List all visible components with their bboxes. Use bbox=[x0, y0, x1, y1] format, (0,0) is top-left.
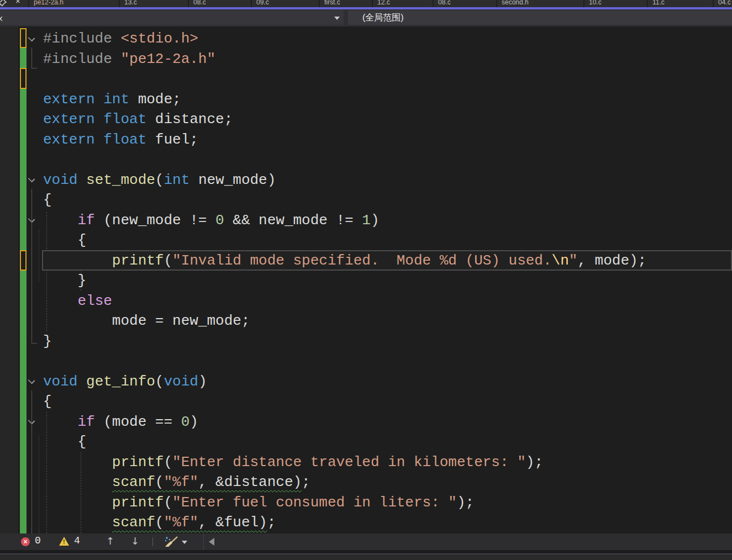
navigation-bar: x (全局范围) bbox=[0, 9, 732, 27]
code-token bbox=[43, 474, 112, 490]
code-token-squiggle: "%f" bbox=[164, 474, 198, 490]
code-line[interactable]: extern int mode; bbox=[0, 89, 732, 110]
warning-count[interactable]: 4 bbox=[74, 535, 80, 546]
tab-13.c[interactable]: 13.c bbox=[119, 0, 188, 7]
tab-first.c[interactable]: first.c bbox=[319, 0, 372, 7]
horizontal-scrollbar-left-button[interactable] bbox=[209, 538, 214, 546]
code-line[interactable]: if (mode == 0) bbox=[0, 412, 732, 432]
code-line[interactable]: printf("Enter distance traveled in kilom… bbox=[0, 452, 732, 473]
error-count[interactable]: 0 bbox=[35, 535, 41, 546]
tab-second.h[interactable]: second.h bbox=[496, 0, 583, 7]
tab-label: first.c bbox=[320, 0, 372, 7]
tab-label: 08.c bbox=[434, 0, 496, 7]
code-token: ( bbox=[164, 454, 172, 471]
code-line[interactable]: } bbox=[0, 331, 732, 352]
error-icon[interactable]: × bbox=[21, 537, 30, 546]
code-line[interactable]: { bbox=[0, 190, 732, 210]
code-token bbox=[43, 414, 77, 430]
code-token: else bbox=[77, 293, 112, 309]
scope-dropdown[interactable]: (全局范围) bbox=[348, 10, 732, 25]
code-line[interactable]: printf("Enter fuel consumed in liters: "… bbox=[0, 493, 732, 513]
code-line[interactable]: #include "pe12-2a.h" bbox=[0, 49, 732, 70]
tab-label: 13.c bbox=[120, 0, 188, 7]
tab-pe12-2a.h[interactable]: pe12-2a.h bbox=[28, 0, 119, 7]
code-token: mode = new_mode; bbox=[43, 313, 250, 329]
close-icon[interactable]: × bbox=[15, 0, 20, 5]
code-line[interactable]: if (new_mode != 0 && new_mode != 1) bbox=[0, 210, 732, 231]
code-token bbox=[43, 212, 77, 229]
tab-12.c[interactable]: 12.c bbox=[372, 0, 433, 7]
code-line[interactable] bbox=[0, 69, 732, 89]
code-token: { bbox=[43, 232, 86, 249]
tab-bar-tabs: pe12-2a.h13.c08.c09.cfirst.c12.c08.cseco… bbox=[28, 0, 732, 7]
code-token: 0 bbox=[181, 414, 190, 430]
code-token bbox=[95, 131, 104, 148]
code-token: void bbox=[43, 172, 77, 188]
tab-bar-controls: × bbox=[0, 0, 28, 7]
document-tab-bar: × pe12-2a.h13.c08.c09.cfirst.c12.c08.cse… bbox=[0, 0, 732, 7]
code-cleanup-broom-icon[interactable] bbox=[163, 536, 178, 550]
code-token: #include bbox=[43, 30, 112, 47]
code-token: ( bbox=[155, 373, 164, 390]
code-token: ( bbox=[155, 172, 164, 188]
code-line[interactable]: scanf("%f", &distance); bbox=[0, 472, 732, 493]
divider bbox=[203, 533, 204, 550]
tab-label: 11.c bbox=[648, 0, 713, 7]
tab-label: 12.c bbox=[373, 0, 433, 7]
code-line[interactable]: scanf("%f", &fuel); bbox=[0, 513, 732, 533]
previous-issue-button[interactable]: ↑ bbox=[106, 535, 114, 547]
code-token: set_mode bbox=[86, 172, 155, 188]
code-token-squiggle: scanf bbox=[112, 474, 155, 490]
code-line[interactable]: void get_info(void) bbox=[0, 372, 732, 392]
code-token: (mode == bbox=[95, 414, 181, 430]
code-editor[interactable]: #include <stdio.h>#include "pe12-2a.h"ex… bbox=[0, 27, 732, 533]
code-line[interactable]: else bbox=[0, 291, 732, 311]
tab-label: 08.c bbox=[189, 0, 251, 7]
code-token: 1 bbox=[362, 212, 371, 229]
code-token bbox=[43, 293, 77, 309]
code-line[interactable] bbox=[0, 351, 732, 372]
code-token: get_info bbox=[86, 373, 155, 390]
status-strip bbox=[0, 554, 732, 560]
pin-icon[interactable] bbox=[0, 0, 7, 7]
code-token: { bbox=[43, 192, 52, 208]
code-token: ); bbox=[526, 454, 543, 471]
code-token-squiggle: , &fuel) bbox=[198, 514, 267, 531]
code-token bbox=[43, 252, 112, 269]
code-cleanup-dropdown-caret[interactable] bbox=[182, 541, 187, 544]
code-line[interactable]: { bbox=[0, 392, 732, 412]
code-line[interactable]: printf("Invalid mode specified. Mode %d … bbox=[0, 251, 732, 271]
next-issue-button[interactable]: ↓ bbox=[131, 535, 139, 547]
code-line[interactable]: void set_mode(int new_mode) bbox=[0, 170, 732, 191]
code-token: float bbox=[103, 111, 146, 128]
code-line[interactable]: } bbox=[0, 271, 732, 291]
project-dropdown[interactable]: x bbox=[0, 10, 344, 25]
code-token: mode; bbox=[129, 91, 181, 108]
tab-11.c[interactable]: 11.c bbox=[647, 0, 713, 7]
code-token bbox=[112, 51, 121, 67]
tab-10.c[interactable]: 10.c bbox=[583, 0, 647, 7]
code-line[interactable]: { bbox=[0, 230, 732, 251]
code-token bbox=[95, 111, 104, 128]
code-line[interactable]: { bbox=[0, 432, 732, 452]
code-token-squiggle: "%f" bbox=[164, 514, 198, 531]
code-token bbox=[43, 494, 112, 511]
tab-09.c[interactable]: 09.c bbox=[251, 0, 319, 7]
code-line[interactable] bbox=[0, 150, 732, 170]
code-token bbox=[43, 454, 112, 471]
code-token: ( bbox=[164, 252, 172, 269]
code-token: && new_mode != bbox=[224, 212, 362, 229]
tab-08.c[interactable]: 08.c bbox=[433, 0, 496, 7]
code-line[interactable]: mode = new_mode; bbox=[0, 311, 732, 331]
code-token: ) bbox=[198, 373, 207, 390]
tab-08.c[interactable]: 08.c bbox=[188, 0, 251, 7]
code-token: , mode); bbox=[577, 252, 646, 269]
code-line[interactable]: #include <stdio.h> bbox=[0, 29, 732, 49]
tab-04.c[interactable]: 04.c bbox=[713, 0, 732, 7]
tab-label: second.h bbox=[497, 0, 583, 7]
code-token: if bbox=[77, 212, 94, 229]
code-token: ; bbox=[302, 474, 310, 490]
code-line[interactable]: extern float fuel; bbox=[0, 130, 732, 150]
code-line[interactable]: extern float distance; bbox=[0, 109, 732, 130]
tab-label: 04.c bbox=[714, 0, 732, 7]
